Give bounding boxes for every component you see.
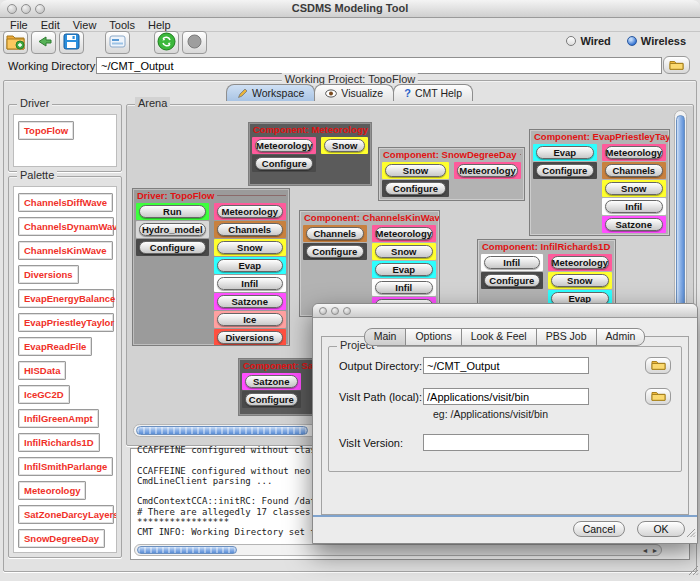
output-directory-input[interactable] — [423, 357, 589, 374]
channels-button[interactable]: Channels — [605, 164, 663, 177]
infil-button[interactable]: Infil — [484, 256, 540, 269]
new-project-button[interactable] — [3, 31, 28, 54]
channels-button[interactable]: Channels — [306, 227, 364, 240]
palette-item-snowdegreeday[interactable]: SnowDegreeDay — [18, 529, 105, 548]
meteorology-button[interactable]: Meteorology — [605, 146, 663, 159]
evap-button[interactable]: Evap — [375, 263, 433, 276]
ice-button[interactable]: Ice — [217, 313, 284, 326]
driver-item-topoflow[interactable]: TopoFlow — [18, 121, 74, 140]
tab-workspace[interactable]: Workspace — [226, 84, 315, 101]
wired-radio[interactable] — [566, 36, 576, 46]
evap-button[interactable]: Evap — [217, 259, 284, 272]
menu-tools[interactable]: Tools — [109, 19, 135, 31]
save-button[interactable] — [59, 31, 84, 54]
infil-button[interactable]: Infil — [605, 200, 663, 213]
dialog-tab-look-feel[interactable]: Look & Feel — [461, 328, 537, 346]
output-directory-browse-button[interactable] — [645, 357, 671, 374]
meteorology-button[interactable]: Meteorology — [375, 227, 433, 240]
channels-button[interactable]: Channels — [217, 223, 284, 236]
snow-button[interactable]: Snow — [605, 182, 663, 195]
palette-item-infilgreenampt[interactable]: InfilGreenAmpt — [18, 409, 99, 428]
dialog-zoom-button[interactable] — [343, 307, 351, 315]
stop-button[interactable] — [182, 31, 207, 54]
menu-help[interactable]: Help — [148, 19, 171, 31]
menu-view[interactable]: View — [73, 19, 97, 31]
wireless-option[interactable]: Wireless — [627, 35, 686, 47]
palette-item-infilrichards1d[interactable]: InfilRichards1D — [18, 433, 100, 452]
scroll-left-arrow-icon[interactable]: ◄ — [640, 545, 650, 556]
toolbar: Wired Wireless — [0, 31, 700, 56]
port-snow: Snow — [372, 243, 436, 260]
palette-item-icegc2d[interactable]: IceGC2D — [18, 385, 70, 404]
palette-item-channelskinwave[interactable]: ChannelsKinWave — [18, 241, 113, 260]
hydro-model-button[interactable]: Hydro_model — [139, 223, 206, 236]
tab-cmt-help[interactable]: ?CMT Help — [393, 84, 473, 101]
configure-button[interactable]: Configure — [139, 241, 206, 254]
configure-button[interactable]: Configure — [245, 393, 298, 406]
run-button[interactable]: Run — [139, 205, 206, 218]
palette-item-channelsdynamwave[interactable]: ChannelsDynamWave — [18, 217, 114, 236]
palette-item-satzonedarcylayers[interactable]: SatZoneDarcyLayers — [18, 505, 114, 524]
scroll-right-arrow-icon[interactable]: ► — [650, 545, 660, 556]
infil-button[interactable]: Infil — [217, 277, 284, 290]
snow-button[interactable]: Snow — [375, 245, 433, 258]
infil-button[interactable]: Infil — [375, 281, 433, 294]
dialog-tab-admin[interactable]: Admin — [596, 328, 646, 346]
tab-visualize[interactable]: Visualize — [314, 84, 394, 101]
port-snow: Snow — [548, 272, 612, 289]
arena-vscroll-thumb[interactable] — [676, 115, 685, 315]
cancel-button[interactable]: Cancel — [573, 521, 625, 537]
configure-button[interactable]: Configure — [255, 157, 313, 170]
console-horizontal-scrollbar[interactable]: ◄ ► — [134, 544, 662, 556]
console-hscroll-thumb[interactable] — [137, 546, 237, 554]
snow-button[interactable]: Snow — [324, 139, 365, 152]
component-component-infilrichards1d: Component: InfilRichards1DInfilConfigure… — [477, 239, 616, 311]
console-button[interactable] — [105, 31, 130, 54]
snow-button[interactable]: Snow — [385, 164, 446, 177]
arena-hscroll-thumb[interactable] — [136, 426, 308, 435]
import-button[interactable] — [31, 31, 56, 54]
visit-path-local-browse-button[interactable] — [645, 388, 671, 405]
satzone-button[interactable]: Satzone — [605, 218, 663, 231]
dialog-resize-grip[interactable] — [686, 524, 696, 542]
configure-button[interactable]: Configure — [306, 245, 364, 258]
satzone-button[interactable]: Satzone — [217, 295, 284, 308]
menu-edit[interactable]: Edit — [41, 19, 60, 31]
working-directory-input[interactable] — [96, 57, 662, 74]
visit-version-input[interactable] — [423, 434, 589, 451]
palette-item-hisdata[interactable]: HISData — [18, 361, 66, 380]
snow-button[interactable]: Snow — [217, 241, 284, 254]
evap-button[interactable]: Evap — [536, 146, 594, 159]
port-run: Run — [136, 203, 209, 220]
meteorology-button[interactable]: Meteorology — [217, 205, 284, 218]
refresh-button[interactable] — [154, 31, 179, 54]
wireless-radio[interactable] — [627, 36, 637, 46]
menu-file[interactable]: File — [10, 19, 28, 31]
meteorology-button[interactable]: Meteorology — [255, 139, 313, 152]
dialog-tab-options[interactable]: Options — [405, 328, 461, 346]
dialog-tab-pbs-job[interactable]: PBS Job — [536, 328, 597, 346]
dialog-minimize-button[interactable] — [331, 307, 339, 315]
diversions-button[interactable]: Diversions — [217, 331, 284, 344]
wired-option[interactable]: Wired — [566, 35, 610, 47]
working-directory-browse-button[interactable] — [663, 56, 690, 74]
palette-item-channelsdiffwave[interactable]: ChannelsDiffWave — [18, 193, 113, 212]
palette-item-infilsmithparlange[interactable]: InfilSmithParlange — [18, 457, 113, 476]
palette-item-evapreadfile[interactable]: EvapReadFile — [18, 337, 92, 356]
meteorology-button[interactable]: Meteorology — [457, 164, 518, 177]
palette-item-evapenergybalance[interactable]: EvapEnergyBalance — [18, 289, 114, 308]
configure-button[interactable]: Configure — [385, 182, 446, 195]
palette-item-evappriestleytaylor[interactable]: EvapPriestleyTaylor — [18, 313, 114, 332]
meteorology-button[interactable]: Meteorology — [551, 256, 609, 269]
dialog-close-button[interactable] — [319, 307, 327, 315]
visit-path-local-input[interactable] — [423, 388, 589, 405]
dialog-tab-main[interactable]: Main — [364, 328, 407, 346]
palette-item-diversions[interactable]: Diversions — [18, 265, 79, 284]
configure-button[interactable]: Configure — [484, 274, 540, 287]
snow-button[interactable]: Snow — [551, 274, 609, 287]
ok-button[interactable]: OK — [637, 521, 685, 537]
window-resize-grip[interactable] — [688, 562, 699, 580]
satzone-button[interactable]: Satzone — [245, 375, 298, 388]
palette-item-meteorology[interactable]: Meteorology — [18, 481, 86, 500]
configure-button[interactable]: Configure — [536, 164, 594, 177]
